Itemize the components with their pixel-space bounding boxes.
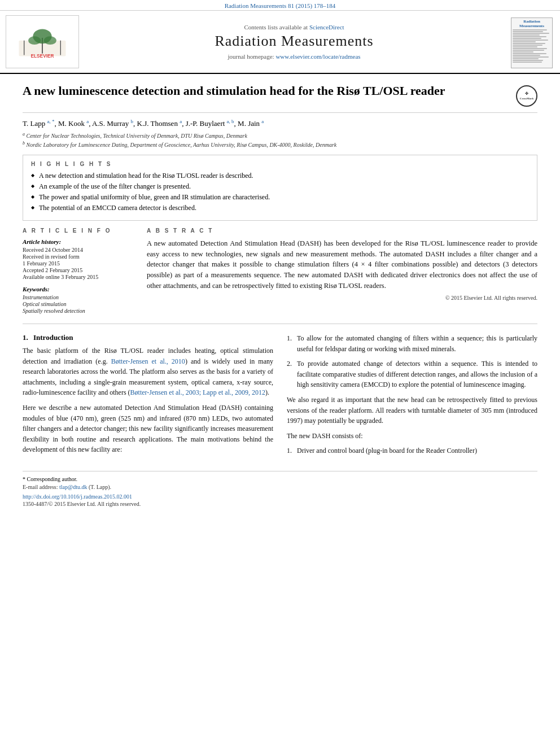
body-two-col: 1. Introduction The basic platform of th…	[23, 333, 537, 460]
intro-num: 1.	[23, 333, 28, 342]
header-center: Contents lists available at ScienceDirec…	[79, 15, 509, 68]
abstract-label: A B S T R A C T	[147, 228, 537, 234]
history-line-2: Received in revised form	[23, 254, 135, 260]
svg-text:ELSEVIER: ELSEVIER	[30, 53, 54, 59]
right-main-list: 1.To allow for the automated changing of…	[287, 333, 537, 390]
article-body: A new luminescence detection and stimula…	[0, 74, 560, 518]
elsevier-logo-box: ELSEVIER	[6, 15, 79, 68]
thumb-title: Radiation Measurements	[513, 19, 551, 28]
keywords-title: Keywords:	[23, 286, 135, 292]
thumb-lines	[513, 29, 551, 63]
crossmark-icon: ✜CrossMark	[520, 91, 533, 101]
right-dash-intro: The new DASH consists of:	[287, 431, 537, 442]
journal-thumbnail: Radiation Measurements	[509, 15, 554, 68]
journal-header: ELSEVIER Contents lists available at Sci…	[0, 11, 560, 74]
homepage-line: journal homepage: www.elsevier.com/locat…	[228, 53, 360, 60]
highlight-item-1: A new detection and stimulation head for…	[31, 172, 529, 180]
journal-citation: Radiation Measurements 81 (2015) 178–184	[225, 2, 336, 9]
article-title: A new luminescence detection and stimula…	[23, 83, 509, 99]
svg-point-4	[44, 36, 56, 45]
intro-para1: The basic platform of the Risø TL/OSL re…	[23, 346, 273, 398]
abstract-text: A new automated Detection And Stimulatio…	[147, 238, 537, 291]
crossmark-area: ✜CrossMark	[509, 83, 537, 107]
ref-link-2[interactable]: Bøtter-Jensen et al., 2003; Lapp et al.,…	[130, 388, 265, 396]
copyright-line: © 2015 Elsevier Ltd. All rights reserved…	[147, 295, 537, 301]
right-para-we: We also regard it as important that the …	[287, 395, 537, 426]
keywords-section: Keywords: Instrumentation Optical stimul…	[23, 286, 135, 314]
journal-bar: Radiation Measurements 81 (2015) 178–184	[0, 0, 560, 11]
email-note: E-mail address: tlap@dtu.dk (T. Lapp).	[23, 484, 537, 490]
authors: T. Lapp a, *, M. Kook a, A.S. Murray b, …	[23, 119, 264, 128]
abstract-col: A B S T R A C T A new automated Detectio…	[147, 228, 537, 314]
history-line-4: Accepted 2 February 2015	[23, 267, 135, 273]
body-right: 1.To allow for the automated changing of…	[287, 333, 537, 460]
article-info-label: A R T I C L E I N F O	[23, 228, 135, 234]
right-dash-list: 1.Driver and control board (plug-in boar…	[287, 445, 537, 456]
sciencedirect-link[interactable]: ScienceDirect	[309, 24, 344, 30]
crossmark-badge: ✜CrossMark	[516, 85, 537, 107]
author-email[interactable]: tlap@dtu.dk	[59, 484, 87, 490]
article-history: Article history: Received 24 October 201…	[23, 238, 135, 280]
issn-line: 1350-4487/© 2015 Elsevier Ltd. All right…	[23, 501, 537, 507]
section-divider	[23, 324, 537, 324]
intro-heading: 1. Introduction	[23, 333, 273, 342]
thumb-box: Radiation Measurements	[511, 18, 553, 68]
homepage-url[interactable]: www.elsevier.com/locate/radmeas	[275, 53, 360, 60]
article-title-section: A new luminescence detection and stimula…	[23, 83, 537, 113]
affiliations: a Center for Nuclear Technologies, Techn…	[23, 132, 537, 148]
journal-title: Radiation Measurements	[215, 33, 373, 50]
corresponding-note: * Corresponding author.	[23, 476, 537, 482]
elsevier-logo-svg: ELSEVIER	[14, 25, 71, 59]
affiliation-a: a Center for Nuclear Technologies, Techn…	[23, 132, 537, 139]
article-title-text: A new luminescence detection and stimula…	[23, 83, 509, 99]
history-line-3: 1 February 2015	[23, 260, 135, 267]
article-footer: * Corresponding author. E-mail address: …	[23, 471, 537, 507]
svg-point-3	[28, 36, 41, 45]
right-dash-item-1: 1.Driver and control board (plug-in boar…	[287, 445, 537, 456]
keyword-2: Optical stimulation	[23, 301, 135, 307]
right-list-item-1: 1.To allow for the automated changing of…	[287, 333, 537, 354]
info-abstract-section: A R T I C L E I N F O Article history: R…	[23, 228, 537, 314]
highlights-label: H I G H L I G H T S	[31, 161, 529, 167]
authors-line: T. Lapp a, *, M. Kook a, A.S. Murray b, …	[23, 119, 537, 128]
highlight-item-2: An example of the use of the filter chan…	[31, 182, 529, 191]
history-line-5: Available online 3 February 2015	[23, 274, 135, 280]
highlight-item-4: The potential of an EMCCD camera detecto…	[31, 204, 529, 212]
intro-para2: Here we describe a new automated Detecti…	[23, 403, 273, 455]
history-title: Article history:	[23, 238, 135, 245]
doi-line: http://dx.doi.org/10.1016/j.radmeas.2015…	[23, 493, 537, 500]
article-info-col: A R T I C L E I N F O Article history: R…	[23, 228, 135, 314]
keyword-1: Instrumentation	[23, 294, 135, 300]
affiliation-b: b Nordic Laboratory for Luminescence Dat…	[23, 141, 537, 148]
doi-link[interactable]: http://dx.doi.org/10.1016/j.radmeas.2015…	[23, 493, 132, 500]
right-list-item-2: 2.To provide automated change of detecto…	[287, 359, 537, 390]
keyword-3: Spatially resolved detection	[23, 308, 135, 314]
ref-link-1[interactable]: Bøtter-Jensen et al., 2010	[111, 357, 185, 365]
history-line-1: Received 24 October 2014	[23, 247, 135, 253]
highlight-item-3: The power and spatial uniformity of blue…	[31, 193, 529, 202]
intro-heading-text: Introduction	[33, 333, 73, 342]
contents-line: Contents lists available at ScienceDirec…	[244, 24, 344, 30]
highlights-section: H I G H L I G H T S A new detection and …	[23, 155, 537, 221]
body-left: 1. Introduction The basic platform of th…	[23, 333, 273, 460]
